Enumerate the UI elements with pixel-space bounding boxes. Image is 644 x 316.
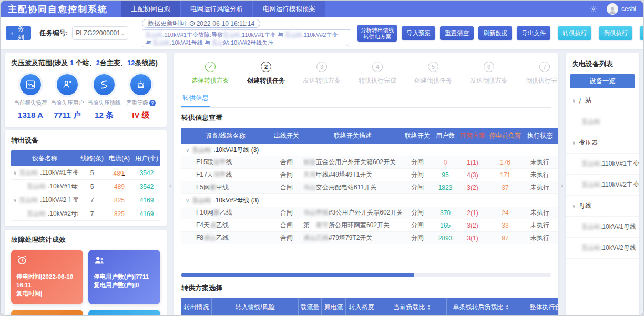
step-7[interactable]: 7倒供执行完成 (522, 62, 558, 85)
tree-group[interactable]: ∨厂站 (566, 90, 639, 111)
step-2[interactable]: 2创建转供任务 (243, 62, 289, 85)
device-overview-button[interactable]: 设备一览 (570, 74, 635, 88)
collapse-right-sidebar[interactable]: › (558, 53, 566, 316)
feeder-name-cell: F10网夏乙线 (181, 208, 270, 217)
expand-caret-icon[interactable]: ∨ (186, 198, 189, 203)
table-row[interactable]: F5网夏甲线合闸马山交公用配电站611开关分闸18233(2)37未执行F16马… (181, 181, 558, 194)
app-title: 主配协同自愈控制系统 (8, 3, 108, 15)
text-segment: 2 (96, 59, 100, 67)
user-menu[interactable]: ceshi (607, 3, 636, 15)
chevron-down-icon: ⌄ (120, 30, 125, 36)
blurred-text: 五山站 (581, 118, 600, 125)
step-5[interactable]: 5创建倒供任务 (411, 62, 456, 85)
nav-tab-3[interactable]: 电网运行模拟预案 (253, 1, 325, 17)
text-segment: 乙线 (216, 234, 229, 241)
toolbar-button-cyan-3[interactable]: 图形分析 (640, 26, 644, 40)
toolbar-button-cyan-1[interactable]: 转供执行 (558, 26, 591, 40)
fault-description-textarea[interactable]: 五山站.110kV#1主变故障:导致五山站.110kV#1主变 与 五山站.11… (142, 29, 351, 47)
ring-plan-cell: 1(1) (458, 159, 487, 166)
tab-transfer-info[interactable]: 转供信息 (181, 90, 210, 107)
table-row[interactable]: ∨五山站.110kV#2主变78254169 (11, 193, 160, 207)
task-no-select[interactable]: PLZG22000001 ⌄ (72, 26, 128, 40)
feeder-name-cell: F5网夏甲线 (181, 183, 270, 192)
step-6[interactable]: 6发送倒供方案 (466, 62, 512, 85)
text-segment: 失压波及范围(涉及 (11, 59, 70, 67)
table-row[interactable]: 五山站.10kV#1母线54893542 (11, 180, 160, 193)
blurred-text: 五山站 (192, 146, 211, 155)
sort-icon[interactable] (427, 305, 431, 310)
settings-gear-icon[interactable] (590, 5, 597, 13)
blurred-text: 五山站 (581, 223, 600, 230)
target-feeder-cell: F16马山 (557, 183, 558, 192)
fault-stats-title: 故障处理统计成效 (11, 235, 160, 244)
tree-leaf[interactable]: 五山站 (566, 111, 639, 132)
tree-group[interactable]: ∨母线 (566, 196, 639, 217)
toolbar-button-blue-4[interactable]: 刷新数据 (478, 26, 512, 40)
toolbar-button-blue-5[interactable]: 导出文件 (517, 26, 550, 40)
table-row[interactable]: F17天河甲线合闸天河甲线#49塔49T1开关分闸954(3)171未执行F7天… (181, 169, 558, 181)
tie-switch-desc-cell: 马山交公用配电站611开关 (303, 183, 402, 192)
toolbar-button-blue-1[interactable]: 分析转出馈线转供电方案 (357, 25, 397, 42)
step-4[interactable]: 4转供执行完成 (355, 62, 400, 85)
users-cell: 4169 (133, 197, 160, 204)
impact-title: 失压波及范围(涉及 1 个站、2台主变、12条线路) (11, 58, 160, 68)
users-cell: 2893 (433, 235, 458, 242)
text-segment: 甲线#49塔49T1开关 (316, 171, 372, 178)
tree-leaf[interactable]: 五山站.10kV#1母线 (566, 217, 639, 238)
tree-leaf[interactable]: 五山站.10kV#2母线 (566, 238, 639, 259)
tree-group[interactable]: ∨变压器 (566, 132, 639, 154)
group-row[interactable]: ∨五山站.10kV#2母线 (3) (181, 194, 558, 207)
table-row[interactable]: F8虎山乙线合闸虎山乙线#79塔79T2开关分闸28933(1)97未执行F5和… (181, 232, 558, 244)
column-header-label: 原电流 (324, 303, 343, 312)
users-cell: 4169 (133, 210, 160, 218)
column-header-label: 单条线转后负载比 (453, 303, 504, 312)
help-icon[interactable]: ? (149, 100, 156, 106)
table-row[interactable]: F10网夏乙线合闸马山甲线#3公用户外开关箱602开关分闸3702(1)24未执… (181, 207, 558, 219)
nav-tab-1[interactable]: 主配协同自愈 (121, 1, 180, 17)
expand-caret-icon[interactable]: ∨ (186, 147, 189, 153)
device-name-cell: ∨五山站.110kV#1主变 (11, 168, 78, 177)
table-row[interactable]: F4天成乙线合闸第二看守所公用环网室602开关分闸1653(2)33未执行F8看… (181, 219, 558, 232)
task-list-button[interactable]: 任务列表 (6, 26, 31, 40)
card-line-1: 停电时间|2022-06-10 16:11 (16, 272, 78, 289)
expand-caret-icon: ∨ (572, 140, 576, 146)
step-1[interactable]: ✓选择转供方案 (188, 62, 233, 85)
text-segment: 线 (226, 158, 232, 166)
resize-grip-icon[interactable] (345, 43, 351, 46)
tree-leaf[interactable]: 五山站.110kV#2主变 (566, 175, 639, 196)
table-row[interactable]: 五山站.10kV#2母线78254169 (11, 207, 160, 221)
blurred-text: 五山 (212, 39, 223, 46)
toolbar-button-cyan-2[interactable]: 倒供执行 (599, 26, 632, 40)
toolbar-button-blue-3[interactable]: 重置清空 (440, 26, 474, 40)
feeder-name-cell: F15联业甲线 (181, 158, 270, 167)
group-row[interactable]: ∨五山站.10kV#1母线 (3) (181, 144, 558, 156)
table-row[interactable]: F15联业甲线合闸创业五金公用户外开关箱602开关分闸01(1)176未执行F1… (181, 156, 558, 169)
collapse-left-sidebar[interactable]: ‹ (167, 53, 174, 316)
blurred-text: 虎山 (203, 234, 216, 241)
step-3[interactable]: 3发送转供方案 (299, 62, 344, 85)
sort-icon[interactable] (506, 305, 509, 310)
column-header: 转入馈线 (557, 131, 558, 140)
horizontal-scrollbar-thumb[interactable] (181, 273, 414, 277)
text-segment: 交公用配电站611开关 (316, 184, 376, 191)
tie-switch-desc-cell: 第二看守所公用环网室602开关 (303, 221, 402, 230)
out-switch-cell: 合闸 (270, 233, 303, 242)
tree-leaf[interactable]: 五山站.110kV#1主变 (566, 154, 639, 175)
expand-caret-icon[interactable]: ∨ (13, 170, 17, 176)
tie-switch-cell: 分闸 (402, 233, 433, 242)
plan-column-header-6: 当前负载比 (377, 298, 447, 316)
impact-stat-value: 1318 A (18, 110, 43, 119)
users-cell: 370 (433, 209, 458, 217)
step-circle: ✓ (205, 62, 216, 72)
text-segment: .110kV#1主变故障:导致 (162, 32, 223, 38)
column-header-label: 当前负载比 (394, 303, 425, 312)
table-row[interactable]: ∨五山站.110kV#1主变54893542 (11, 166, 160, 180)
card-line-1: 停电用户数(户)|7711 (94, 272, 155, 281)
users-cell: 3542 (133, 169, 160, 177)
toolbar-button-blue-2[interactable]: 导入预案 (402, 26, 435, 40)
target-feeder-cell: F5和春 (557, 233, 558, 242)
impact-stat: 当前失压馈线12 条 (86, 74, 122, 120)
column-header: 用户数 (433, 131, 458, 140)
expand-caret-icon[interactable]: ∨ (13, 197, 17, 203)
nav-tab-2[interactable]: 电网运行风险分析 (181, 1, 252, 17)
